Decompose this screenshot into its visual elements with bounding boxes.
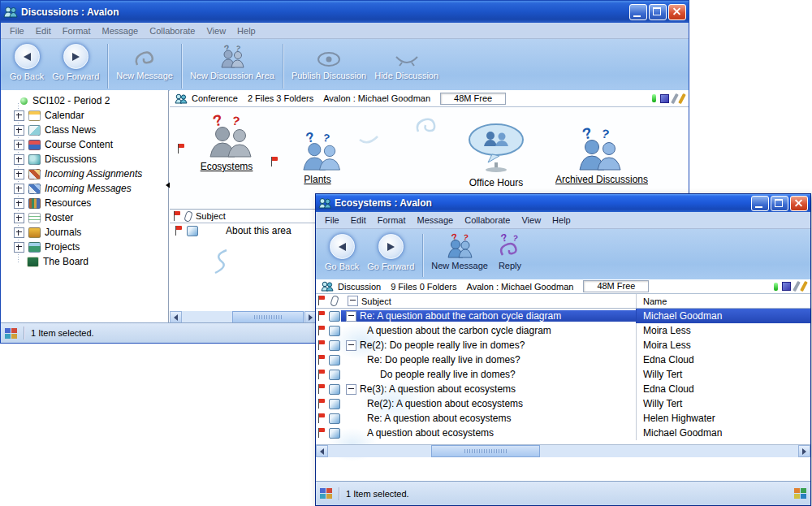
sidebar-item-resources[interactable]: Resources — [1, 196, 168, 210]
maximize-button[interactable] — [771, 196, 788, 211]
window-layout-icon[interactable] — [5, 328, 17, 339]
connection-led-icon — [774, 283, 778, 291]
name-column-header[interactable]: Name — [636, 294, 810, 308]
window-layout-icon[interactable] — [320, 488, 332, 499]
menu-edit[interactable]: Edit — [345, 215, 372, 225]
view-mode-icon[interactable] — [660, 94, 669, 103]
flag-column-icon[interactable] — [317, 296, 326, 306]
sidebar-item-incoming-assignments[interactable]: Incoming Assignments — [1, 167, 168, 181]
menu-edit[interactable]: Edit — [30, 26, 57, 36]
sidebar-item-root[interactable]: SCI102 - Period 2 — [1, 93, 168, 108]
collapse-icon[interactable] — [346, 311, 356, 322]
expand-icon[interactable] — [14, 213, 24, 223]
approve-pencil-icon[interactable] — [800, 281, 808, 292]
collapse-icon[interactable] — [346, 340, 356, 351]
menu-view[interactable]: View — [201, 26, 231, 36]
expand-icon[interactable] — [14, 110, 24, 121]
window-title: Ecosystems : Avalon — [335, 197, 748, 209]
list-item[interactable]: About this area — [170, 223, 316, 238]
desktop-icon-archived-discussions[interactable]: ? ? Archived Discussions — [553, 125, 650, 185]
new-message-button[interactable]: New Message — [112, 43, 177, 81]
scrollbar-thumb[interactable] — [232, 311, 304, 323]
collapse-icon[interactable] — [346, 384, 356, 395]
scrollbar-thumb[interactable] — [431, 445, 539, 457]
message-row[interactable]: A question about the carbon cycle diagra… — [316, 323, 810, 338]
expand-icon[interactable] — [14, 242, 24, 253]
menu-format[interactable]: Format — [372, 215, 412, 225]
sidebar-item-projects[interactable]: Projects — [1, 240, 168, 254]
sidebar-item-the-board[interactable]: The Board — [1, 254, 168, 269]
desktop-icon-plants[interactable]: ? ? Plants — [269, 130, 366, 185]
desktop-icon-ecosystems[interactable]: ? ? Ecosystems — [178, 112, 275, 172]
menu-message[interactable]: Message — [412, 215, 460, 225]
message-row[interactable]: Re: Do people really live in domes? Edna… — [316, 352, 810, 367]
view-mode-icon[interactable] — [782, 282, 791, 291]
scroll-right-button[interactable] — [798, 445, 810, 457]
menu-collaborate[interactable]: Collaborate — [144, 26, 201, 36]
message-row[interactable]: Re(3): A question about ecosystems Edna … — [316, 382, 810, 396]
flag-column-icon[interactable] — [173, 211, 181, 222]
expand-icon[interactable] — [14, 169, 24, 179]
title-bar[interactable]: Ecosystems : Avalon — [316, 194, 810, 212]
file-folder-counts: 9 Files 0 Folders — [391, 282, 456, 292]
scroll-left-button[interactable] — [316, 445, 328, 457]
desktop-icon-office-hours[interactable]: Office Hours — [447, 122, 545, 188]
attachment-column-icon[interactable] — [330, 295, 339, 307]
message-row[interactable]: Re: A question about the carbon cycle di… — [316, 309, 810, 323]
reply-button[interactable]: ? ? Reply — [492, 233, 528, 271]
go-forward-button[interactable]: Go Forward — [48, 43, 103, 82]
sidebar-item-roster[interactable]: Roster — [1, 210, 168, 225]
attachment-column-icon[interactable] — [184, 210, 193, 223]
publish-discussion-button[interactable]: Publish Discussion — [287, 43, 370, 81]
go-back-button[interactable]: Go Back — [6, 43, 48, 82]
message-row[interactable]: Re: A question about ecosystems Helen Hi… — [316, 411, 810, 426]
sidebar-item-course-content[interactable]: Course Content — [1, 137, 168, 152]
sidebar-item-incoming-messages[interactable]: Incoming Messages — [1, 181, 168, 196]
hide-discussion-button[interactable]: Hide Discussion — [370, 43, 443, 81]
expand-icon[interactable] — [14, 154, 24, 165]
scrollbar-track[interactable] — [182, 311, 304, 323]
horizontal-scrollbar[interactable] — [170, 311, 317, 323]
menu-view[interactable]: View — [516, 215, 546, 225]
approve-pencil-icon[interactable] — [678, 93, 686, 103]
sidebar-item-calendar[interactable]: Calendar — [1, 108, 168, 123]
new-discussion-area-button[interactable]: ? ? New Discussion Area — [186, 43, 279, 81]
split-view-icon[interactable] — [794, 488, 806, 499]
course-content-icon — [28, 140, 41, 150]
expand-icon[interactable] — [14, 184, 24, 194]
expand-icon[interactable] — [14, 140, 24, 150]
minimize-button[interactable] — [751, 196, 769, 211]
go-forward-button[interactable]: Go Forward — [363, 233, 418, 272]
scrollbar-track[interactable] — [328, 445, 798, 457]
menu-message[interactable]: Message — [97, 26, 145, 36]
subject-column-header[interactable]: Subject — [196, 211, 226, 221]
scroll-left-button[interactable] — [170, 311, 182, 323]
maximize-button[interactable] — [649, 4, 667, 20]
expand-icon[interactable] — [14, 198, 24, 209]
expand-icon[interactable] — [14, 125, 24, 136]
message-row[interactable]: Re(2): Do people really live in domes? M… — [316, 338, 810, 352]
horizontal-scrollbar[interactable] — [316, 444, 810, 457]
title-bar[interactable]: Discussions : Avalon — [1, 1, 689, 23]
menu-format[interactable]: Format — [57, 26, 97, 36]
sidebar-item-journals[interactable]: Journals — [1, 225, 168, 240]
go-back-button[interactable]: Go Back — [321, 233, 363, 272]
flag-icon — [317, 370, 326, 380]
menu-collaborate[interactable]: Collaborate — [459, 215, 516, 225]
menu-file[interactable]: File — [319, 215, 345, 225]
minimize-button[interactable] — [629, 4, 647, 20]
subject-column-header[interactable]: Subject — [361, 296, 391, 306]
sidebar-item-discussions[interactable]: Discussions — [1, 152, 168, 167]
message-row[interactable]: A question about ecosystems Michael Good… — [316, 426, 810, 440]
close-button[interactable] — [668, 4, 686, 20]
message-row[interactable]: Do people really live in domes? Willy Te… — [316, 367, 810, 382]
menu-help[interactable]: Help — [231, 26, 261, 36]
menu-help[interactable]: Help — [546, 215, 577, 225]
expand-icon[interactable] — [14, 227, 24, 238]
sidebar-item-class-news[interactable]: Class News — [1, 123, 168, 137]
new-message-button[interactable]: ? ? New Message — [427, 233, 492, 271]
collapse-all-icon[interactable] — [348, 296, 358, 306]
close-button[interactable] — [790, 196, 808, 211]
message-row[interactable]: Re(2): A question about ecosystems Willy… — [316, 396, 810, 411]
menu-file[interactable]: File — [4, 26, 30, 36]
